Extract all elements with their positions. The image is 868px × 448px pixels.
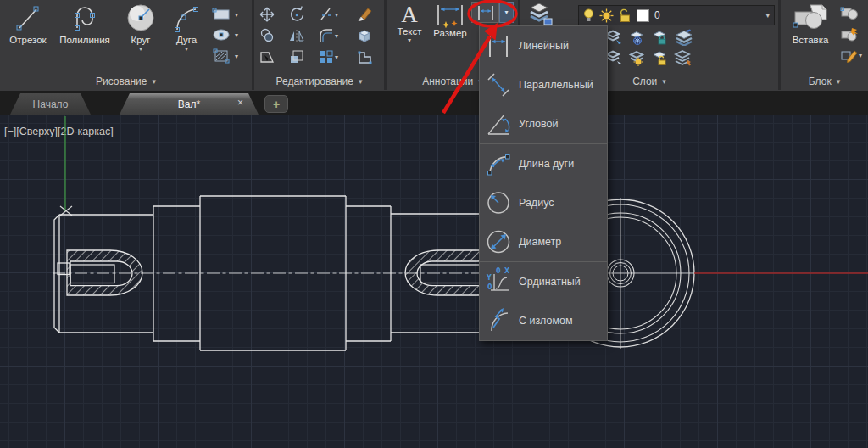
block-editor-icon [840,48,859,63]
dropdown-caret-icon: ▾ [504,8,508,16]
stretch-icon [259,48,275,65]
panel-draw: Отрезок Полилиния Круг ▾ [0,0,252,90]
rectangle-icon [212,7,232,22]
circle-button[interactable]: Круг ▾ [119,3,163,52]
fillet-button[interactable]: ▾ [318,27,338,44]
panel-label-edit[interactable]: Редактирование▾ [254,74,384,88]
layer-thaw-button[interactable] [628,49,647,66]
dimension-type-dropdown-button[interactable]: ▾ [499,2,514,23]
linear-dim-icon [486,31,511,60]
stretch-button[interactable] [259,48,275,65]
explode-button[interactable] [356,27,373,44]
layer-unlock-icon[interactable] [619,8,632,23]
polyline-edit-icon [356,48,373,65]
layer-match-button[interactable] [605,29,624,46]
erase-button[interactable] [356,6,373,23]
rotate-button[interactable] [288,6,305,23]
layer-isolate-button[interactable] [605,49,624,66]
arc-flyout-caret[interactable]: ▾ [185,46,188,52]
trim-flyout-caret[interactable]: ▾ [335,11,338,19]
layer-unlock-button[interactable] [651,49,670,66]
left-keyway-section [67,250,142,295]
block-editor-button[interactable]: ▾ [840,48,862,63]
menu-item-aligned[interactable]: Параллельный [480,65,607,104]
menu-item-diameter[interactable]: Диаметр [480,222,607,261]
line-button[interactable]: Отрезок [3,3,53,46]
svg-text:0: 0 [487,283,492,291]
array-button[interactable]: ▾ [318,48,338,65]
layer-properties-button[interactable] [526,2,554,27]
left-key [70,265,114,283]
layer-freeze-sun-icon[interactable] [599,8,614,23]
create-block-button[interactable] [840,5,860,20]
rectangle-flyout-caret[interactable]: ▾ [235,11,238,19]
tab-start[interactable]: Начало [10,93,91,115]
dimension-dropdown-menu: Линейный Параллельный Угловой [479,25,608,341]
arc-length-dim-icon [486,149,511,178]
rectangle-button[interactable]: ▾ [212,7,238,22]
svg-text:0: 0 [496,267,501,275]
arc-button[interactable]: Дуга ▾ [166,3,207,52]
menu-item-arc-length[interactable]: Длина дуги [480,144,607,183]
tab-val-label: Вал* [178,98,200,110]
circle-flyout-caret[interactable]: ▾ [139,46,142,52]
jogged-dim-icon [486,306,511,335]
arc-icon [171,3,202,35]
trim-button[interactable]: ▾ [318,6,338,23]
linear-dimension-icon [476,4,496,21]
new-tab-button[interactable]: + [264,95,288,113]
layer-color-swatch[interactable] [637,9,649,22]
ellipse-flyout-caret[interactable]: ▾ [235,31,238,39]
layer-freeze-button[interactable] [628,29,647,46]
edit-attributes-icon [840,26,860,42]
layer-properties-manager-button[interactable] [674,29,694,46]
insert-button[interactable]: Вставка [786,3,835,46]
layer-on-bulb-icon[interactable] [583,8,594,23]
layer-dropdown-caret[interactable]: ▾ [765,11,770,20]
panel-label-draw[interactable]: Рисование▾ [0,74,252,88]
menu-item-radius[interactable]: Радиус [480,183,607,222]
hatch-icon [212,48,232,64]
array-flyout-caret[interactable]: ▾ [335,53,338,61]
panel-label-block[interactable]: Блок▾ [781,74,868,88]
layer-lock-button[interactable] [651,29,670,46]
panel-expand-caret: ▾ [359,77,363,86]
ellipse-icon [212,27,232,42]
mirror-button[interactable] [288,27,305,44]
box-3d-icon [356,27,373,44]
rotate-icon [288,6,305,23]
block-editor-flyout-caret[interactable]: ▾ [859,52,862,59]
panel-edit: ▾ [254,0,384,90]
copy-icon [259,27,275,44]
text-flyout-caret[interactable]: ▾ [408,37,411,43]
dimension-button[interactable]: Размер [431,3,470,39]
layer-current-button[interactable] [674,49,694,66]
tab-close-icon[interactable]: × [237,97,243,109]
text-button[interactable]: A Текст ▾ [390,3,429,43]
layer-select-dropdown[interactable]: 0 ▾ [578,5,775,25]
circle-icon [125,3,157,35]
tab-val-active[interactable]: Вал* × [120,93,259,115]
fillet-flyout-caret[interactable]: ▾ [335,32,338,40]
menu-item-ordinate[interactable]: 0X Y0 Ординатный [480,262,607,301]
hatch-button[interactable]: ▾ [212,48,238,64]
svg-text:Y: Y [486,274,492,282]
insert-label: Вставка [793,35,829,46]
drawing-canvas[interactable]: [−][Сверху][2D-каркас] [0,115,868,448]
edit-attributes-button[interactable] [840,26,860,42]
linear-dimension-button[interactable] [471,2,499,23]
pedit-button[interactable] [356,48,373,65]
polyline-button[interactable]: Полилиния [53,3,117,46]
erase-brush-icon [356,6,373,23]
menu-item-linear[interactable]: Линейный [480,26,607,65]
menu-item-jogged[interactable]: С изломом [480,301,607,340]
copy-button[interactable] [259,27,275,44]
move-icon [259,6,275,23]
hatch-flyout-caret[interactable]: ▾ [235,53,238,60]
scale-button[interactable] [288,48,305,65]
move-button[interactable] [259,6,275,23]
menu-item-angular[interactable]: Угловой [480,104,607,143]
ellipse-button[interactable]: ▾ [212,27,238,42]
mirror-icon [288,27,305,44]
dimension-label: Размер [433,28,467,39]
